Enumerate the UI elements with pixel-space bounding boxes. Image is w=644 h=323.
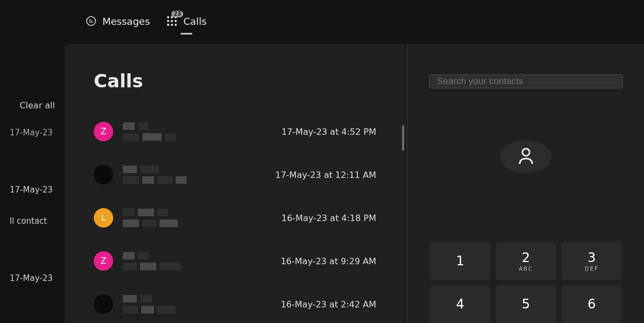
svg-point-0 bbox=[87, 17, 96, 26]
contact-name-redacted bbox=[123, 295, 271, 313]
key-6[interactable]: 6 bbox=[562, 285, 622, 323]
contact-placeholder bbox=[500, 140, 552, 173]
avatar: L bbox=[94, 208, 113, 228]
scrollbar[interactable] bbox=[402, 125, 404, 151]
person-icon bbox=[515, 145, 537, 169]
key-2[interactable]: 2 ABC bbox=[496, 242, 556, 280]
tab-bar: Messages 23 Calls bbox=[0, 0, 644, 42]
avatar bbox=[94, 165, 113, 184]
list-item[interactable]: 17-May-23 bbox=[0, 117, 65, 148]
calls-pane: Calls Z 17-May-23 at 4:52 PM bbox=[65, 44, 408, 323]
call-timestamp: 16-May-23 at 9:29 AM bbox=[281, 256, 392, 266]
avatar: Z bbox=[94, 122, 113, 141]
contact-name-redacted bbox=[123, 209, 272, 227]
contact-name-redacted bbox=[123, 166, 266, 184]
call-row[interactable]: 16-May-23 at 2:42 AM bbox=[94, 283, 392, 323]
call-row[interactable]: Z 16-May-23 at 9:29 AM bbox=[94, 239, 392, 283]
list-item[interactable]: 17-May-23 bbox=[0, 174, 65, 205]
contact-name-redacted bbox=[123, 122, 272, 141]
key-3[interactable]: 3 DEF bbox=[562, 242, 622, 280]
left-panel: Clear all 17-May-23 17-May-23 ll contact… bbox=[0, 42, 65, 323]
contact-name-redacted bbox=[123, 252, 271, 270]
key-4[interactable]: 4 bbox=[430, 285, 490, 323]
call-row[interactable]: L 16-May-23 at 4:18 PM bbox=[94, 196, 392, 239]
list-item[interactable]: ll contact bbox=[0, 205, 65, 237]
dialpad-icon: 23 bbox=[166, 15, 178, 27]
call-timestamp: 17-May-23 at 4:52 PM bbox=[281, 127, 392, 137]
dialer-pane: 1 2 ABC 3 DEF 4 5 6 bbox=[408, 44, 644, 323]
avatar: Z bbox=[94, 251, 113, 271]
key-5[interactable]: 5 bbox=[496, 285, 556, 323]
list-item[interactable]: 17-May-23 bbox=[0, 263, 65, 294]
page-title: Calls bbox=[94, 70, 392, 92]
calls-badge: 23 bbox=[171, 11, 183, 17]
call-timestamp: 16-May-23 at 2:42 AM bbox=[281, 299, 392, 310]
clear-all-button[interactable]: Clear all bbox=[0, 94, 65, 117]
svg-point-1 bbox=[522, 148, 529, 155]
dial-keypad: 1 2 ABC 3 DEF 4 5 6 bbox=[430, 242, 622, 323]
tab-calls[interactable]: 23 Calls bbox=[166, 15, 206, 27]
tab-label: Calls bbox=[183, 16, 206, 27]
search-input[interactable] bbox=[429, 74, 623, 88]
chat-icon bbox=[85, 15, 97, 27]
call-timestamp: 16-May-23 at 4:18 PM bbox=[281, 213, 392, 223]
tab-label: Messages bbox=[102, 16, 150, 27]
main-panel: Calls Z 17-May-23 at 4:52 PM bbox=[65, 44, 644, 323]
avatar bbox=[94, 294, 113, 314]
call-timestamp: 17-May-23 at 12:11 AM bbox=[275, 170, 392, 180]
tab-messages[interactable]: Messages bbox=[85, 15, 150, 27]
call-row[interactable]: 17-May-23 at 12:11 AM bbox=[94, 153, 392, 196]
key-1[interactable]: 1 bbox=[430, 242, 490, 280]
call-row[interactable]: Z 17-May-23 at 4:52 PM bbox=[94, 110, 392, 153]
